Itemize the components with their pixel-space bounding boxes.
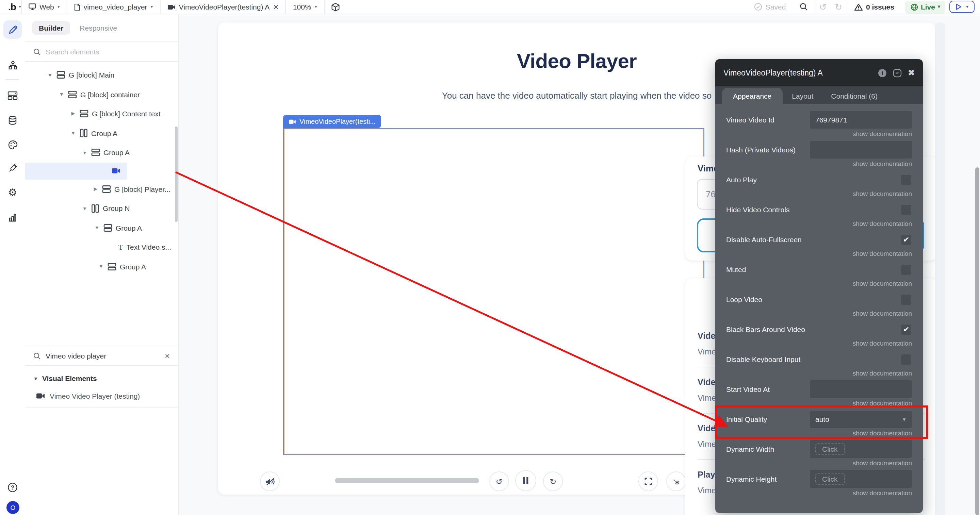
rail-plugin-plug-icon[interactable] [3, 159, 22, 177]
rail-edit-pencil-icon[interactable] [3, 21, 22, 39]
close-tab-icon[interactable]: ✕ [273, 3, 279, 11]
tree-item-group-n[interactable]: ▼Group N [25, 199, 178, 218]
visual-elements-header[interactable]: ▼ Visual Elements [25, 366, 178, 386]
info-icon[interactable]: i [878, 68, 887, 77]
video-camera-icon [167, 4, 176, 10]
palette-search-value: Vimeo video player [46, 352, 159, 360]
preview-button[interactable]: ▾ [950, 1, 975, 13]
show-documentation-link[interactable]: show documentation [726, 250, 912, 257]
speed-button[interactable]: 's [666, 472, 686, 491]
show-documentation-link[interactable]: show documentation [726, 160, 912, 167]
show-documentation-link[interactable]: show documentation [726, 489, 912, 497]
palette-item-vimeo-player[interactable]: Vimeo Video Player (testing) [25, 386, 178, 407]
clear-search-icon[interactable]: ✕ [164, 352, 170, 359]
help-question-icon[interactable]: ? [3, 478, 22, 497]
checkbox[interactable] [901, 294, 911, 304]
pause-button[interactable] [515, 470, 536, 491]
undo-button[interactable]: ↺ [815, 2, 830, 12]
show-documentation-link[interactable]: show documentation [726, 459, 912, 467]
logo-chevron-down-icon[interactable]: ▾ [19, 4, 21, 10]
zoom-dropdown[interactable]: 100% ▾ [286, 0, 324, 14]
checkbox[interactable]: ✔ [901, 324, 911, 334]
caret-down-icon[interactable]: ▼ [82, 150, 88, 155]
caret-right-icon[interactable]: ▶ [70, 111, 76, 117]
show-documentation-link[interactable]: show documentation [726, 190, 912, 197]
issues-indicator[interactable]: 0 issues [847, 0, 901, 14]
show-documentation-link[interactable]: show documentation [726, 280, 912, 287]
inspector-tab-layout[interactable]: Layout [784, 88, 821, 104]
caret-down-icon[interactable]: ▼ [47, 73, 53, 78]
component-cube-button[interactable] [325, 0, 347, 14]
tab-builder[interactable]: Builder [32, 21, 70, 34]
tree-item-g-block-content-text[interactable]: ▶G [block] Content text [25, 104, 178, 124]
caret-down-icon[interactable]: ▼ [94, 226, 100, 230]
tree-item-group-a[interactable]: ▼Group A [25, 124, 178, 143]
platform-dropdown[interactable]: Web ▾ [22, 0, 67, 14]
dynamic-input[interactable]: Click [810, 470, 912, 488]
show-documentation-link[interactable]: show documentation [726, 399, 912, 407]
element-tab[interactable]: VimeoVideoPlayer(testing) A ✕ [161, 0, 285, 14]
checkbox[interactable] [901, 175, 911, 185]
checkbox[interactable]: ✔ [901, 234, 911, 245]
rewind-button[interactable]: ↺ [489, 472, 509, 491]
checkbox[interactable] [901, 354, 911, 364]
rail-layout-frames-icon[interactable] [3, 86, 22, 105]
inspector-tab-appearance[interactable]: Appearance [722, 88, 782, 104]
rail-database-icon[interactable] [3, 111, 22, 129]
tree-item-text-video-s[interactable]: TText Video s... [25, 237, 178, 257]
rail-settings-gear-icon[interactable]: ⚙ [3, 184, 22, 202]
rail-palette-icon[interactable] [3, 135, 22, 154]
checkbox[interactable] [901, 204, 911, 215]
tree-scrollbar[interactable] [175, 127, 178, 222]
close-icon[interactable]: ✖ [908, 68, 915, 78]
element-search[interactable]: Search elements [25, 42, 178, 62]
palette-search[interactable]: Vimeo video player ✕ [25, 346, 178, 366]
window-scrollbar[interactable] [975, 167, 979, 515]
show-documentation-link[interactable]: show documentation [726, 369, 912, 377]
tree-item-g-block-container[interactable]: ▼G [block] container [25, 85, 178, 104]
bubble-logo[interactable]: .b [0, 2, 19, 12]
search-button[interactable] [792, 0, 814, 14]
caret-down-icon[interactable]: ▼ [82, 206, 88, 211]
inspector-tab-conditional-6[interactable]: Conditional (6) [823, 88, 886, 104]
selected-element-badge[interactable]: VimeoVideoPlayer(testi... [283, 115, 381, 128]
checkbox[interactable] [901, 264, 911, 275]
rewind-clock-icon: ↺ [496, 477, 503, 485]
vimeo-video-element[interactable] [283, 128, 705, 455]
page-tab[interactable]: vimeo_video_player ▾ [67, 0, 160, 14]
tab-responsive[interactable]: Responsive [74, 21, 123, 34]
show-documentation-link[interactable]: show documentation [726, 130, 912, 137]
caret-down-icon[interactable]: ▼ [70, 131, 76, 136]
caret-right-icon[interactable]: ▶ [92, 186, 99, 192]
show-documentation-link[interactable]: show documentation [726, 310, 912, 317]
dynamic-input[interactable]: Click [810, 440, 912, 458]
redo-button[interactable]: ↻ [830, 2, 846, 12]
text-input[interactable]: 76979871 [810, 111, 912, 129]
text-input[interactable] [810, 380, 912, 398]
caret-down-icon[interactable]: ▼ [98, 264, 104, 269]
user-avatar[interactable]: O [3, 498, 22, 515]
click-chip[interactable]: Click [815, 473, 845, 485]
fullscreen-button[interactable] [638, 472, 658, 491]
tree-item-g-block-player[interactable]: ▶G [block] Player... [25, 179, 178, 199]
tree-item-group-a[interactable]: ▼Group A [25, 143, 178, 162]
tree-item-group-a[interactable]: ▼Group A [25, 257, 178, 276]
video-progress-bar[interactable] [335, 478, 479, 483]
inspector-header[interactable]: VimeoVideoPlayer(testing) A i ✖ [715, 59, 923, 86]
caret-down-icon[interactable]: ▼ [59, 92, 65, 97]
live-dropdown[interactable]: Live ▾ [905, 0, 946, 13]
show-documentation-link[interactable]: show documentation [726, 429, 912, 437]
notes-icon[interactable] [893, 68, 902, 77]
mute-button[interactable] [260, 472, 280, 491]
tree-item-g-block-main[interactable]: ▼G [block] Main [25, 65, 178, 85]
rail-chart-bars-icon[interactable] [3, 208, 22, 227]
tree-item-group-a[interactable]: ▼Group A [25, 218, 178, 237]
click-chip[interactable]: Click [815, 443, 845, 455]
select-dropdown[interactable]: auto▼ [810, 410, 912, 428]
show-documentation-link[interactable]: show documentation [726, 220, 912, 227]
rail-sitemap-icon[interactable] [3, 56, 22, 74]
forward-button[interactable]: ↻ [543, 472, 563, 491]
tree-item-vimeovideopla[interactable]: VimeoVideoPla... [25, 162, 127, 179]
show-documentation-link[interactable]: show documentation [726, 340, 912, 347]
text-input[interactable] [810, 141, 912, 159]
